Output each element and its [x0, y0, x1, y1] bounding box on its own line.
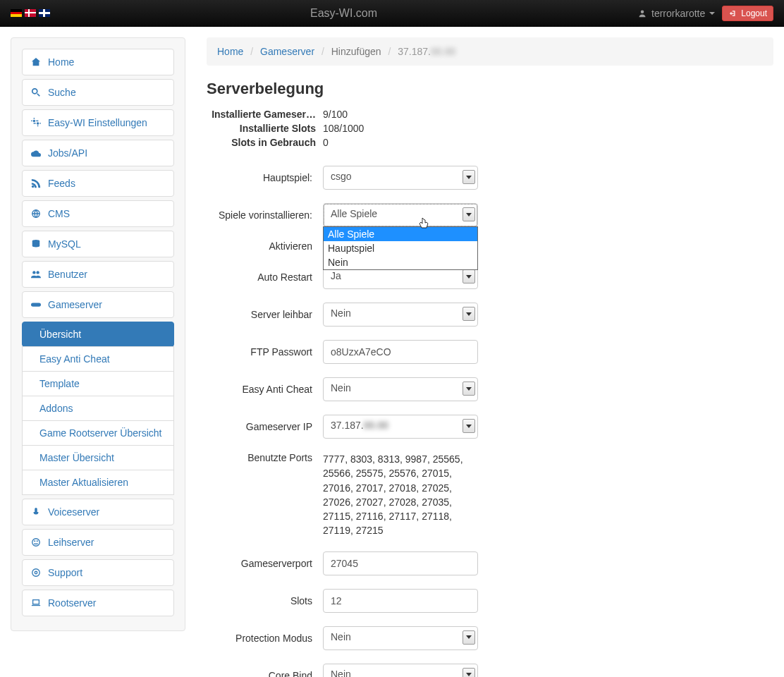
- svg-point-1: [32, 89, 37, 94]
- sidebar-item-leihserver[interactable]: Leihserver: [22, 529, 174, 556]
- sidebar-item-users[interactable]: Benutzer: [22, 261, 174, 288]
- cogs-icon: [31, 118, 41, 128]
- svg-point-7: [32, 271, 35, 274]
- sidebar-label: MySQL: [48, 238, 81, 250]
- signout-icon: [728, 8, 738, 18]
- sidebar-label: CMS: [48, 208, 70, 219]
- flag-uk[interactable]: [39, 9, 50, 17]
- globe-icon: [31, 209, 41, 219]
- submenu-template[interactable]: Template: [22, 371, 174, 396]
- svg-point-4: [32, 185, 35, 188]
- sidebar-item-home[interactable]: Home: [22, 49, 174, 75]
- dropdown-option[interactable]: Alle Spiele: [324, 227, 477, 241]
- installed-gs-value: 9/100: [323, 109, 348, 120]
- sidebar-label: Easy-WI Einstellungen: [48, 117, 147, 128]
- submenu-overview[interactable]: Übersicht: [22, 322, 174, 347]
- sidebar-label: Voiceserver: [48, 506, 99, 518]
- sidebar-item-rootserver[interactable]: Rootserver: [22, 590, 174, 616]
- corebind-select[interactable]: Nein: [323, 664, 478, 677]
- sidebar-item-jobs[interactable]: Jobs/API: [22, 140, 174, 166]
- sidebar-label: Gameserver: [48, 299, 102, 310]
- corebind-label: Core Bind: [207, 670, 323, 677]
- user-name: terrorkarotte: [651, 8, 705, 19]
- user-icon: [637, 8, 647, 18]
- submenu-master-overview[interactable]: Master Übersicht: [22, 445, 174, 470]
- ftp-input[interactable]: [323, 340, 478, 364]
- submenu-eac[interactable]: Easy Anti Cheat: [22, 346, 174, 372]
- sidebar-item-gameserver[interactable]: Gameserver: [22, 291, 174, 318]
- main-content: Home / Gameserver / Hinzufügen / 37.187.…: [207, 37, 773, 677]
- search-icon: [31, 87, 41, 97]
- gsport-input[interactable]: [323, 551, 478, 575]
- page-title: Serverbelegung: [207, 80, 773, 98]
- language-flags: [11, 9, 50, 17]
- slots-use-value: 0: [323, 137, 329, 148]
- svg-point-12: [35, 541, 35, 542]
- sidebar-item-cms[interactable]: CMS: [22, 200, 174, 227]
- users-icon: [31, 269, 41, 279]
- svg-point-0: [641, 10, 644, 13]
- flag-dk[interactable]: [25, 9, 36, 17]
- top-navbar: Easy-WI.com terrorkarotte Logout: [0, 0, 784, 27]
- gsip-select[interactable]: 37.187.00.00: [323, 415, 478, 439]
- svg-point-3: [37, 122, 39, 125]
- rss-icon: [31, 178, 41, 188]
- lifering-icon: [31, 568, 41, 578]
- caret-down-icon: [709, 12, 715, 15]
- smile-icon: [31, 537, 41, 547]
- breadcrumb-gameserver[interactable]: Gameserver: [260, 46, 314, 57]
- svg-point-15: [35, 571, 37, 574]
- sidebar-label: Support: [48, 567, 82, 578]
- slots-input[interactable]: [323, 589, 478, 613]
- sidebar-label: Home: [48, 56, 74, 68]
- dropdown-option[interactable]: Nein: [324, 255, 477, 269]
- hauptspiel-select[interactable]: csgo: [323, 166, 478, 190]
- brand-title: Easy-WI.com: [310, 7, 377, 20]
- preinstall-label: Spiele vorinstallieren:: [207, 209, 323, 221]
- installed-gs-label: Installierte Gameser…: [207, 109, 323, 120]
- sidebar-item-mysql[interactable]: MySQL: [22, 231, 174, 257]
- flag-de[interactable]: [11, 9, 22, 17]
- slots-label: Slots: [207, 595, 323, 606]
- svg-point-14: [32, 569, 40, 577]
- breadcrumb-add: Hinzufügen: [331, 46, 381, 57]
- activate-label: Aktivieren: [207, 240, 323, 252]
- sidebar-item-voiceserver[interactable]: Voiceserver: [22, 499, 174, 525]
- gsip-label: Gameserver IP: [207, 421, 323, 432]
- eac-select[interactable]: Nein: [323, 377, 478, 401]
- svg-rect-16: [33, 600, 39, 604]
- sidebar-item-search[interactable]: Suche: [22, 79, 174, 106]
- preinstall-select[interactable]: Alle Spiele: [323, 203, 478, 227]
- breadcrumb-ip: 37.187.00.00: [398, 46, 455, 57]
- gamepad-icon: [31, 300, 41, 310]
- microphone-icon: [31, 507, 41, 517]
- sidebar-item-support[interactable]: Support: [22, 559, 174, 586]
- logout-button[interactable]: Logout: [722, 6, 773, 21]
- submenu-addons[interactable]: Addons: [22, 396, 174, 421]
- svg-point-8: [36, 271, 39, 274]
- submenu-rootserver-overview[interactable]: Game Rootserver Übersicht: [22, 420, 174, 446]
- sidebar: Home Suche Easy-WI Einstellungen Jobs/AP…: [11, 37, 185, 631]
- submenu-master-update[interactable]: Master Aktualisieren: [22, 470, 174, 495]
- protection-select[interactable]: Nein: [323, 626, 478, 650]
- lend-label: Server leihbar: [207, 309, 323, 320]
- breadcrumb-home[interactable]: Home: [217, 46, 243, 57]
- sidebar-label: Benutzer: [48, 269, 87, 280]
- lend-select[interactable]: Nein: [323, 303, 478, 327]
- svg-rect-9: [31, 303, 41, 306]
- installed-slots-value: 108/1000: [323, 123, 364, 134]
- slots-use-label: Slots in Gebrauch: [207, 137, 323, 148]
- logout-label: Logout: [741, 8, 767, 18]
- sidebar-item-feeds[interactable]: Feeds: [22, 170, 174, 197]
- sidebar-item-settings[interactable]: Easy-WI Einstellungen: [22, 109, 174, 136]
- hauptspiel-label: Hauptspiel:: [207, 172, 323, 183]
- installed-slots-label: Installierte Slots: [207, 123, 323, 134]
- dropdown-option[interactable]: Hauptspiel: [324, 241, 477, 255]
- database-icon: [31, 239, 41, 249]
- sidebar-label: Jobs/API: [48, 147, 87, 159]
- gameserver-submenu: Übersicht Easy Anti Cheat Template Addon…: [22, 322, 174, 495]
- preinstall-dropdown: Alle Spiele Hauptspiel Nein: [323, 226, 478, 270]
- sidebar-label: Feeds: [48, 178, 75, 189]
- user-menu[interactable]: terrorkarotte: [637, 8, 715, 19]
- sidebar-label: Leihserver: [48, 537, 94, 548]
